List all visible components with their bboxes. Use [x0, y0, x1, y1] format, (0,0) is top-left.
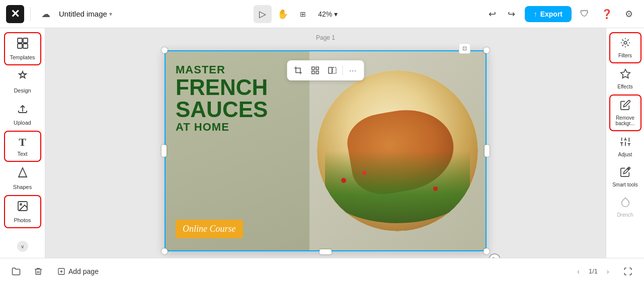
right-sidebar: Filters Effects Remove backgr...: [606, 28, 644, 258]
right-sidebar-item-adjust[interactable]: Adjust: [609, 132, 641, 161]
drench-icon: [620, 197, 631, 210]
redo-button[interactable]: ↪: [503, 5, 521, 23]
sidebar-expand-button[interactable]: ∨: [17, 241, 28, 252]
svg-point-7: [20, 204, 22, 205]
main-area: Templates Design Upload T: [0, 28, 644, 258]
food-circle: [317, 70, 478, 231]
svg-rect-11: [316, 71, 318, 74]
bottombar: Add page ‹ 1/1 ›: [0, 258, 644, 284]
title-sauces: SAUCES: [176, 99, 299, 121]
templates-icon: [17, 37, 29, 52]
drench-label: Drench: [617, 212, 633, 218]
canvas-area: Page 1: [45, 28, 606, 258]
templates-label: Templates: [10, 54, 35, 60]
select-tool-button[interactable]: ▷: [254, 5, 272, 23]
design-text-group: MASTER FRENCH SAUCES AT HOME: [176, 63, 299, 134]
filters-icon: [620, 37, 631, 51]
svg-point-14: [624, 41, 627, 44]
topbar-tools: ▷ ✋ ⊞ 42% ▾: [254, 5, 342, 23]
fullscreen-button[interactable]: [620, 263, 636, 279]
left-sidebar: Templates Design Upload T: [0, 28, 45, 258]
photos-icon: [17, 200, 29, 215]
zoom-control[interactable]: 42% ▾: [314, 8, 342, 20]
right-sidebar-item-drench[interactable]: Drench: [609, 193, 641, 222]
text-label: Text: [17, 151, 27, 157]
svg-rect-3: [23, 44, 28, 48]
rotate-handle[interactable]: ↻: [489, 253, 501, 258]
document-title: Untitled image: [59, 10, 107, 18]
right-sidebar-item-smart-tools[interactable]: Smart tools: [609, 162, 641, 192]
divider: [30, 7, 31, 21]
export-label: Export: [540, 10, 562, 18]
svg-rect-13: [333, 67, 336, 73]
title-french: FRENCH: [176, 76, 299, 99]
design-label: Design: [14, 87, 31, 93]
badge-online-course: Online Course: [176, 220, 243, 238]
remove-bg-icon: [620, 100, 631, 113]
shield-button[interactable]: 🛡: [576, 5, 594, 23]
sidebar-item-design[interactable]: Design: [4, 66, 41, 98]
upload-icon: [17, 103, 29, 118]
shapes-label: Shapes: [13, 184, 32, 190]
svg-rect-1: [23, 38, 28, 43]
handle-bottom-left[interactable]: [162, 248, 168, 254]
filters-label: Filters: [618, 53, 632, 58]
image-replace-control[interactable]: ⊡: [459, 43, 470, 54]
shapes-icon: [17, 167, 29, 182]
svg-rect-9: [316, 67, 318, 69]
canvas-toolbar: ···: [287, 60, 364, 80]
undo-button[interactable]: ↩: [484, 5, 502, 23]
title-area[interactable]: Untitled image ▾: [59, 10, 112, 18]
handle-top-left[interactable]: [162, 47, 168, 53]
save-to-folder-button[interactable]: [8, 263, 24, 279]
badge-text: Online Course: [183, 224, 236, 234]
svg-point-29: [627, 168, 629, 169]
sidebar-item-shapes[interactable]: Shapes: [4, 163, 41, 194]
sidebar-item-photos[interactable]: Photos: [4, 195, 41, 228]
handle-middle-left[interactable]: [162, 145, 167, 157]
export-icon: ↑: [534, 10, 537, 18]
more-options-button[interactable]: ···: [345, 62, 361, 78]
app-logo[interactable]: ✕: [6, 5, 24, 23]
sidebar-item-text[interactable]: T Text: [4, 131, 41, 162]
add-page-label: Add page: [68, 267, 99, 275]
export-button[interactable]: ↑ Export: [525, 6, 572, 22]
page-next-button[interactable]: ›: [602, 265, 614, 277]
undo-redo-group: ↩ ↪: [484, 5, 521, 23]
sidebar-item-templates[interactable]: Templates: [4, 32, 41, 65]
grid-tool-button[interactable]: [307, 62, 324, 78]
crop-tool-button[interactable]: [290, 62, 306, 78]
handle-top-right[interactable]: [484, 47, 490, 53]
title-athome: AT HOME: [176, 121, 299, 134]
svg-rect-0: [18, 38, 22, 43]
help-button[interactable]: ❓: [598, 5, 616, 23]
title-master: MASTER: [176, 63, 299, 76]
toolbar-divider: [343, 65, 343, 75]
handle-bottom-right[interactable]: [484, 248, 490, 254]
svg-rect-10: [312, 71, 314, 74]
effects-label: Effects: [617, 84, 632, 89]
design-food-panel: [309, 51, 486, 250]
svg-marker-5: [19, 168, 27, 177]
hand-tool-button[interactable]: ✋: [274, 5, 292, 23]
svg-rect-2: [18, 44, 22, 48]
delete-page-button[interactable]: [30, 263, 46, 279]
settings-button[interactable]: ⚙: [620, 5, 638, 23]
upload-label: Upload: [14, 120, 31, 126]
smart-tools-icon: [620, 166, 631, 180]
right-sidebar-item-filters[interactable]: Filters: [609, 32, 641, 63]
right-sidebar-item-remove-bg[interactable]: Remove backgr...: [609, 94, 641, 131]
add-page-button[interactable]: Add page: [52, 264, 104, 278]
right-sidebar-item-effects[interactable]: Effects: [609, 64, 641, 93]
handle-bottom-mid[interactable]: [319, 249, 332, 254]
page-prev-button[interactable]: ‹: [573, 265, 585, 277]
adjust-label: Adjust: [618, 152, 632, 157]
sidebar-item-upload[interactable]: Upload: [4, 99, 41, 130]
layout-tool-button[interactable]: ⊞: [294, 5, 312, 23]
flip-tool-button[interactable]: [325, 62, 341, 78]
design-icon: [17, 70, 29, 85]
handle-middle-right[interactable]: [485, 145, 490, 157]
design-text-panel: MASTER FRENCH SAUCES AT HOME Online Cour…: [166, 51, 309, 250]
zoom-chevron-icon: ▾: [334, 10, 338, 18]
cloud-save-button[interactable]: ☁: [37, 5, 55, 23]
